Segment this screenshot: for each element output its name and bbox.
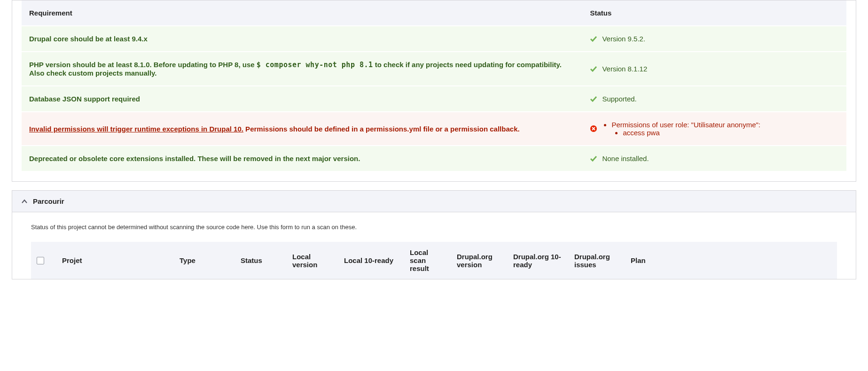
requirements-table: Requirement Status Drupal core should be… xyxy=(22,0,846,172)
chevron-up-icon xyxy=(21,198,28,205)
parcourir-details: Parcourir Status of this project cannot … xyxy=(12,190,856,279)
h-status[interactable]: Status xyxy=(235,242,287,279)
h-doi[interactable]: Drupal.org issues xyxy=(569,242,625,279)
req-json-status: Supported. xyxy=(602,95,636,103)
check-icon xyxy=(590,35,597,43)
scan-table: Projet Type Status Local version Local 1… xyxy=(31,242,837,279)
perms-error-list: Permissions of user role: "Utilisateur a… xyxy=(602,121,760,137)
php-code: $ composer why-not php 8.1 xyxy=(257,61,373,69)
check-icon xyxy=(590,155,597,162)
req-json-label: Database JSON support required xyxy=(22,86,582,112)
h-local10[interactable]: Local 10-ready xyxy=(338,242,404,279)
h-projet[interactable]: Projet xyxy=(56,242,174,279)
req-core-status: Version 9.5.2. xyxy=(602,35,645,43)
check-icon xyxy=(590,65,597,73)
parcourir-summary[interactable]: Parcourir xyxy=(12,191,856,212)
parcourir-title: Parcourir xyxy=(33,197,64,205)
req-php-status: Version 8.1.12 xyxy=(602,65,647,73)
select-all-checkbox[interactable] xyxy=(37,257,44,264)
h-plan[interactable]: Plan xyxy=(625,242,837,279)
header-status: Status xyxy=(582,0,846,26)
req-perms-label: Invalid permissions will trigger runtime… xyxy=(22,112,582,146)
h-localv[interactable]: Local version xyxy=(287,242,338,279)
check-icon xyxy=(590,95,597,103)
row-deprecated: Deprecated or obsolete core extensions i… xyxy=(22,146,846,171)
row-php-version: PHP version should be at least 8.1.0. Be… xyxy=(22,52,846,86)
row-db-json: Database JSON support required Supported… xyxy=(22,86,846,112)
row-permissions: Invalid permissions will trigger runtime… xyxy=(22,112,846,146)
parcourir-help: Status of this project cannot be determi… xyxy=(31,224,837,231)
row-drupal-core: Drupal core should be at least 9.4.x Ver… xyxy=(22,26,846,52)
error-icon xyxy=(590,125,597,132)
requirements-panel: Requirement Status Drupal core should be… xyxy=(12,0,856,182)
h-type[interactable]: Type xyxy=(174,242,235,279)
h-dov[interactable]: Drupal.org version xyxy=(451,242,508,279)
h-do10[interactable]: Drupal.org 10-ready xyxy=(508,242,569,279)
req-php-label: PHP version should be at least 8.1.0. Be… xyxy=(22,52,582,86)
header-requirement: Requirement xyxy=(22,0,582,26)
perms-link[interactable]: Invalid permissions will trigger runtime… xyxy=(29,125,243,133)
req-core-label: Drupal core should be at least 9.4.x xyxy=(22,26,582,52)
req-dep-label: Deprecated or obsolete core extensions i… xyxy=(22,146,582,171)
req-dep-status: None installed. xyxy=(602,155,649,162)
h-localscan[interactable]: Local scan result xyxy=(404,242,451,279)
